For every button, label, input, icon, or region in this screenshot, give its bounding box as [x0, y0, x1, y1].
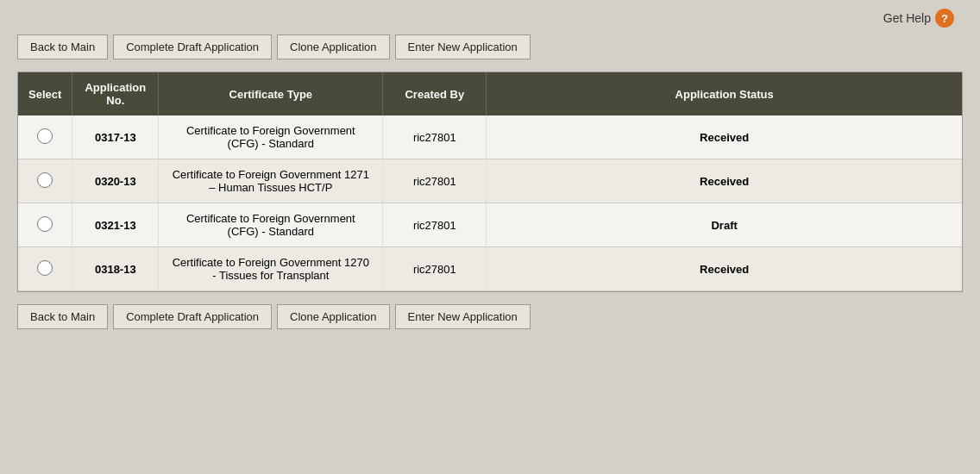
- clone-application-button-top[interactable]: Clone Application: [277, 34, 389, 59]
- get-help-link[interactable]: Get Help ?: [883, 9, 954, 28]
- top-toolbar: Back to Main Complete Draft Application …: [17, 34, 963, 59]
- table-row: 0318-13Certificate to Foreign Government…: [18, 247, 962, 291]
- created-by-cell: ric27801: [383, 115, 487, 159]
- app-status-cell: Draft: [487, 203, 962, 247]
- table-row: 0321-13Certificate to Foreign Government…: [18, 203, 962, 247]
- bottom-toolbar: Back to Main Complete Draft Application …: [17, 304, 963, 329]
- col-header-app-no: ApplicationNo.: [72, 72, 159, 115]
- app-status-cell: Received: [487, 115, 962, 159]
- app-no-cell: 0318-13: [72, 247, 159, 291]
- help-bar: Get Help ?: [17, 9, 963, 28]
- select-cell: [18, 203, 72, 247]
- cert-type-cell: Certificate to Foreign Government (CFG) …: [159, 203, 383, 247]
- app-status-cell: Received: [487, 159, 962, 203]
- back-to-main-button-top[interactable]: Back to Main: [17, 34, 108, 59]
- select-radio[interactable]: [37, 172, 53, 188]
- col-header-select: Select: [18, 72, 72, 115]
- table-row: 0317-13Certificate to Foreign Government…: [18, 115, 962, 159]
- table-header-row: Select ApplicationNo. Certificate Type C…: [18, 72, 962, 115]
- get-help-label: Get Help: [883, 11, 931, 25]
- complete-draft-button-top[interactable]: Complete Draft Application: [113, 34, 272, 59]
- created-by-cell: ric27801: [383, 247, 487, 291]
- app-no-cell: 0320-13: [72, 159, 159, 203]
- cert-type-cell: Certificate to Foreign Government (CFG) …: [159, 115, 383, 159]
- select-cell: [18, 159, 72, 203]
- col-header-app-status: Application Status: [487, 72, 962, 115]
- created-by-cell: ric27801: [383, 159, 487, 203]
- applications-table: Select ApplicationNo. Certificate Type C…: [18, 72, 962, 291]
- complete-draft-button-bottom[interactable]: Complete Draft Application: [113, 304, 272, 329]
- select-cell: [18, 247, 72, 291]
- app-no-cell: 0317-13: [72, 115, 159, 159]
- created-by-cell: ric27801: [383, 203, 487, 247]
- col-header-created-by: Created By: [383, 72, 487, 115]
- enter-new-application-button-top[interactable]: Enter New Application: [395, 34, 531, 59]
- app-status-cell: Received: [487, 247, 962, 291]
- page-container: Get Help ? Back to Main Complete Draft A…: [0, 0, 980, 474]
- table-row: 0320-13Certificate to Foreign Government…: [18, 159, 962, 203]
- col-header-cert-type: Certificate Type: [159, 72, 383, 115]
- select-radio[interactable]: [37, 216, 53, 232]
- enter-new-application-button-bottom[interactable]: Enter New Application: [395, 304, 531, 329]
- cert-type-cell: Certificate to Foreign Government 1270 -…: [159, 247, 383, 291]
- clone-application-button-bottom[interactable]: Clone Application: [277, 304, 389, 329]
- select-radio[interactable]: [37, 260, 53, 276]
- select-cell: [18, 115, 72, 159]
- applications-table-wrapper: Select ApplicationNo. Certificate Type C…: [17, 72, 963, 292]
- select-radio[interactable]: [37, 128, 53, 144]
- back-to-main-button-bottom[interactable]: Back to Main: [17, 304, 108, 329]
- app-no-cell: 0321-13: [72, 203, 159, 247]
- cert-type-cell: Certificate to Foreign Government 1271 –…: [159, 159, 383, 203]
- help-icon: ?: [935, 9, 954, 28]
